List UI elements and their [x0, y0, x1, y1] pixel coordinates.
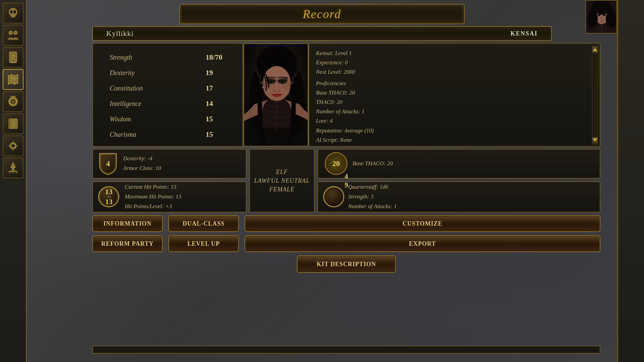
stat-row-constitution: Constitution 17: [100, 81, 236, 95]
stats-panel: Strength 18/70 Dexterity 19 Constitution…: [92, 43, 243, 147]
svg-rect-30: [15, 145, 18, 146]
name-bar: Kyllikki KENSAI: [92, 26, 552, 41]
svg-point-6: [13, 31, 17, 35]
dual-class-button[interactable]: DUAL-CLASS: [168, 215, 239, 232]
intelligence-value: 14: [206, 99, 226, 108]
charisma-value: 15: [206, 130, 226, 139]
scroll-down-button[interactable]: [593, 137, 597, 143]
page-title: Record: [303, 7, 341, 21]
svg-point-1: [10, 10, 12, 13]
current-hp-line: Current Hit Points: 13: [125, 182, 241, 192]
kit-description-button[interactable]: KIT DESCRIPTION: [297, 255, 396, 273]
level-up-button[interactable]: LEVEL UP: [168, 235, 239, 252]
ac-badge-number: 4: [106, 159, 110, 168]
buttons-area: INFORMATION REFORM PARTY DUAL-CLASS LEVE…: [92, 215, 600, 252]
stat-row-charisma: Charisma 15: [100, 127, 236, 141]
svg-rect-3: [11, 15, 13, 17]
title-bar: Record: [179, 4, 465, 24]
info-num-attacks: Number of Attacks: 1: [316, 107, 593, 116]
svg-point-67: [278, 90, 281, 92]
svg-rect-29: [8, 145, 10, 146]
weapon-attacks-line: Number of Attacks: 1: [348, 202, 595, 212]
hp-badge: 13 13: [98, 186, 120, 208]
svg-point-26: [11, 144, 14, 147]
right-sidebar: [617, 0, 644, 362]
armor-class-line: Armor Class: 10: [123, 164, 241, 173]
kit-description-row: KIT DESCRIPTION: [92, 255, 600, 273]
bottom-scroll-bar[interactable]: [92, 346, 600, 354]
alignment-text: LAWFUL NEUTRAL: [254, 177, 310, 184]
sidebar-icon-view[interactable]: [3, 158, 23, 178]
weapon-badge: 4 9: [323, 186, 345, 208]
center-button-column: DUAL-CLASS LEVEL UP: [167, 215, 240, 252]
svg-point-5: [9, 31, 12, 35]
weapon-panel-text: Quarterstaff: 1d6 Strength: 3 Number of …: [348, 182, 595, 212]
charisma-label: Charisma: [110, 131, 136, 138]
wisdom-value: 15: [206, 115, 226, 123]
sidebar-icon-records[interactable]: [3, 91, 23, 112]
thaco-panel-text: Base THACO: 20: [353, 159, 593, 169]
dexterity-mod-line: Dexterity: -4: [123, 154, 241, 164]
gender-text: FEMALE: [269, 186, 294, 193]
hp-per-level-line: Hit Points/Level: +3: [125, 202, 241, 212]
reform-party-button[interactable]: REFORM PARTY: [92, 235, 163, 252]
sidebar-icon-inventory[interactable]: [3, 3, 23, 23]
svg-line-31: [9, 170, 11, 173]
stat-row-strength: Strength 18/70: [100, 50, 236, 64]
information-button[interactable]: INFORMATION: [92, 215, 163, 232]
svg-rect-4: [13, 15, 15, 17]
stat-row-wisdom: Wisdom 15: [100, 112, 236, 126]
svg-point-74: [324, 187, 344, 207]
weapon-badge-bottom: 9: [344, 181, 349, 189]
strength-label: Strength: [110, 54, 132, 61]
svg-rect-28: [12, 148, 14, 150]
strength-value: 18/70: [206, 53, 226, 62]
bottom-stats-area: 4 Dexterity: -4 Armor Class: 10: [92, 149, 600, 213]
sidebar-icon-settings[interactable]: [3, 135, 23, 156]
right-button-column: CUSTOMIZE EXPORT: [245, 215, 600, 252]
svg-marker-35: [10, 163, 15, 167]
weapon-panel: 4 9 Quarterstaff: 1d6 Strength: 3 Number…: [317, 181, 600, 213]
info-base-thac0: Base THAC0: 20: [316, 88, 593, 97]
info-ai-script: AI Script: None: [316, 135, 593, 144]
character-name: Kyllikki: [106, 29, 133, 38]
constitution-label: Constitution: [110, 84, 143, 92]
svg-marker-10: [8, 75, 18, 84]
export-button[interactable]: EXPORT: [245, 235, 600, 252]
ac-panel: 4 Dexterity: -4 Armor Class: 10: [92, 149, 247, 179]
thaco-badge-number: 20: [332, 159, 340, 168]
right-bottom-panels: 20 Base THACO: 20: [317, 149, 600, 213]
sidebar-icon-party[interactable]: [3, 25, 23, 46]
info-panel: Kensai: Level 1 Experience: 0 Next Level…: [309, 43, 600, 147]
ac-badge: 4: [98, 152, 118, 175]
sidebar-icon-options[interactable]: [3, 113, 23, 134]
thaco-panel: 20 Base THACO: 20: [317, 149, 600, 179]
customize-button[interactable]: CUSTOMIZE: [245, 215, 600, 232]
hp-panel-text: Current Hit Points: 13 Maximum Hit Point…: [125, 182, 241, 212]
scroll-up-arrow: [593, 48, 597, 51]
scroll-down-arrow: [593, 138, 597, 142]
sidebar-icon-map[interactable]: [3, 69, 23, 90]
info-scrollbar: [592, 45, 598, 144]
info-lore: Lore: 4: [316, 116, 593, 125]
scroll-track: [593, 53, 597, 136]
wisdom-label: Wisdom: [110, 115, 131, 123]
max-hp-line: Maximum Hit Points: 13: [125, 192, 241, 202]
race-text: ELF: [276, 169, 288, 176]
scroll-up-button[interactable]: [593, 47, 597, 53]
left-button-column: INFORMATION REFORM PARTY: [92, 215, 163, 252]
thaco-badge: 20: [325, 152, 347, 175]
hp-current: 13: [105, 187, 113, 196]
base-thaco-line: Base THACO: 20: [353, 159, 593, 169]
sidebar-icon-journal[interactable]: [3, 47, 23, 68]
info-level: Kensai: Level 1: [316, 49, 593, 58]
svg-point-66: [273, 90, 275, 92]
svg-rect-34: [12, 167, 14, 170]
info-next-level: Next Level: 2000: [316, 67, 593, 76]
character-portrait: [243, 43, 309, 147]
stat-row-intelligence: Intelligence 14: [100, 97, 236, 111]
info-reputation: Reputation: Average (10): [316, 126, 593, 135]
svg-line-17: [10, 96, 13, 97]
hp-max: 13: [105, 197, 113, 206]
ac-panel-text: Dexterity: -4 Armor Class: 10: [123, 154, 241, 173]
